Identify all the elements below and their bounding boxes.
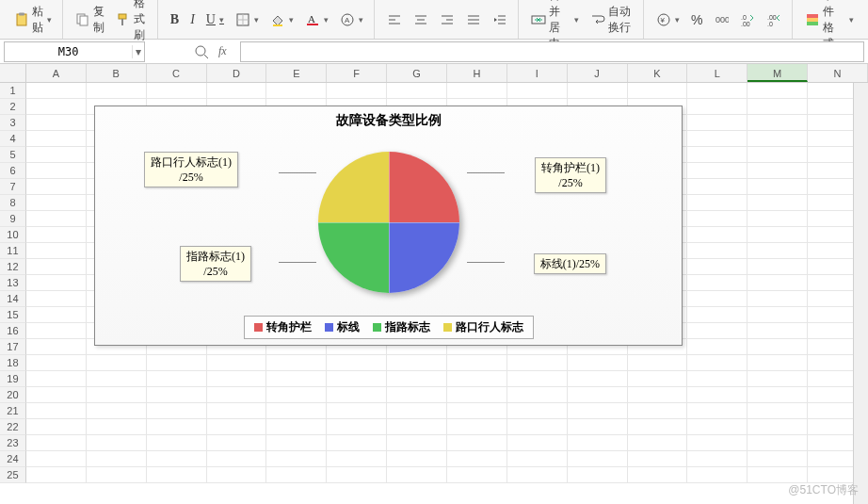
cell[interactable]	[687, 291, 747, 307]
cell[interactable]	[747, 115, 808, 131]
cell[interactable]	[687, 451, 747, 467]
bold-button[interactable]: B	[166, 9, 184, 30]
name-box-dropdown[interactable]: ▾	[132, 45, 144, 58]
cell[interactable]	[26, 259, 87, 275]
cell[interactable]	[628, 83, 688, 99]
cell[interactable]	[628, 355, 688, 371]
row-header[interactable]: 10	[0, 227, 26, 243]
cell[interactable]	[87, 435, 147, 451]
cell[interactable]	[747, 339, 808, 355]
cell[interactable]	[87, 419, 147, 435]
cell[interactable]	[266, 451, 327, 467]
cell[interactable]	[207, 371, 267, 387]
cell[interactable]	[568, 403, 628, 419]
cell[interactable]	[387, 83, 447, 99]
cell[interactable]	[26, 131, 87, 147]
cell[interactable]	[26, 115, 87, 131]
cell[interactable]	[447, 467, 507, 483]
cell[interactable]	[147, 83, 207, 99]
cell[interactable]	[628, 403, 688, 419]
align-justify-button[interactable]	[461, 9, 486, 30]
col-header-J[interactable]: J	[568, 64, 628, 82]
cell[interactable]	[568, 371, 628, 387]
cell[interactable]	[687, 115, 747, 131]
currency-button[interactable]: ¥▾	[651, 9, 684, 30]
cell[interactable]	[507, 451, 568, 467]
cell[interactable]	[266, 419, 327, 435]
cell[interactable]	[687, 131, 747, 147]
cell[interactable]	[266, 355, 327, 371]
cell[interactable]	[747, 291, 808, 307]
cell[interactable]	[687, 99, 747, 115]
cell[interactable]	[327, 419, 387, 435]
cell[interactable]	[507, 355, 568, 371]
col-header-H[interactable]: H	[447, 64, 507, 82]
col-header-D[interactable]: D	[207, 64, 267, 82]
row-header[interactable]: 17	[0, 339, 26, 355]
percent-button[interactable]: %	[686, 9, 707, 30]
cell[interactable]	[628, 371, 688, 387]
fx-label[interactable]: fx	[218, 44, 227, 58]
cell[interactable]	[747, 403, 808, 419]
cell[interactable]	[266, 387, 327, 403]
cell[interactable]	[26, 211, 87, 227]
select-all-corner[interactable]	[0, 64, 26, 82]
row-header[interactable]: 5	[0, 147, 26, 163]
row-header[interactable]: 23	[0, 435, 26, 451]
cell[interactable]	[747, 435, 808, 451]
cell[interactable]	[26, 83, 87, 99]
cell[interactable]	[747, 259, 808, 275]
cell[interactable]	[387, 403, 447, 419]
cell[interactable]	[747, 227, 808, 243]
comma-button[interactable]: 000	[709, 9, 733, 30]
cell[interactable]	[387, 435, 447, 451]
cell[interactable]	[747, 147, 808, 163]
cell[interactable]	[26, 99, 87, 115]
cell[interactable]	[26, 227, 87, 243]
align-right-button[interactable]	[435, 9, 459, 30]
row-header[interactable]: 25	[0, 467, 26, 483]
cell[interactable]	[207, 435, 267, 451]
cell[interactable]	[207, 419, 267, 435]
italic-button[interactable]: I	[185, 9, 200, 30]
cell[interactable]	[447, 451, 507, 467]
cell[interactable]	[568, 467, 628, 483]
cell[interactable]	[387, 419, 447, 435]
cell[interactable]	[147, 371, 207, 387]
cell[interactable]	[747, 355, 808, 371]
cell[interactable]	[327, 467, 387, 483]
cell[interactable]	[507, 435, 568, 451]
cell[interactable]	[687, 403, 747, 419]
cell[interactable]	[687, 323, 747, 339]
cell[interactable]	[507, 387, 568, 403]
cell[interactable]	[507, 403, 568, 419]
increase-decimal-button[interactable]: .0.00	[735, 9, 760, 30]
cell[interactable]	[26, 339, 87, 355]
cell[interactable]	[747, 307, 808, 323]
cell[interactable]	[87, 403, 147, 419]
cell[interactable]	[747, 419, 808, 435]
cell[interactable]	[387, 387, 447, 403]
cell[interactable]	[568, 387, 628, 403]
row-header[interactable]: 13	[0, 275, 26, 291]
cell[interactable]	[687, 467, 747, 483]
cell[interactable]	[568, 451, 628, 467]
cell[interactable]	[747, 83, 808, 99]
cell[interactable]	[687, 163, 747, 179]
col-header-B[interactable]: B	[87, 64, 147, 82]
align-center-button[interactable]	[409, 9, 433, 30]
row-header[interactable]: 11	[0, 243, 26, 259]
cell[interactable]	[87, 387, 147, 403]
cell[interactable]	[747, 243, 808, 259]
row-header[interactable]: 19	[0, 371, 26, 387]
row-header[interactable]: 21	[0, 403, 26, 419]
cell[interactable]	[207, 467, 267, 483]
cell[interactable]	[747, 99, 808, 115]
copy-button[interactable]: 复制	[71, 1, 109, 39]
cell[interactable]	[26, 451, 87, 467]
cell[interactable]	[747, 179, 808, 195]
cell[interactable]	[26, 195, 87, 211]
cell[interactable]	[387, 355, 447, 371]
cell[interactable]	[687, 419, 747, 435]
cell[interactable]	[687, 387, 747, 403]
